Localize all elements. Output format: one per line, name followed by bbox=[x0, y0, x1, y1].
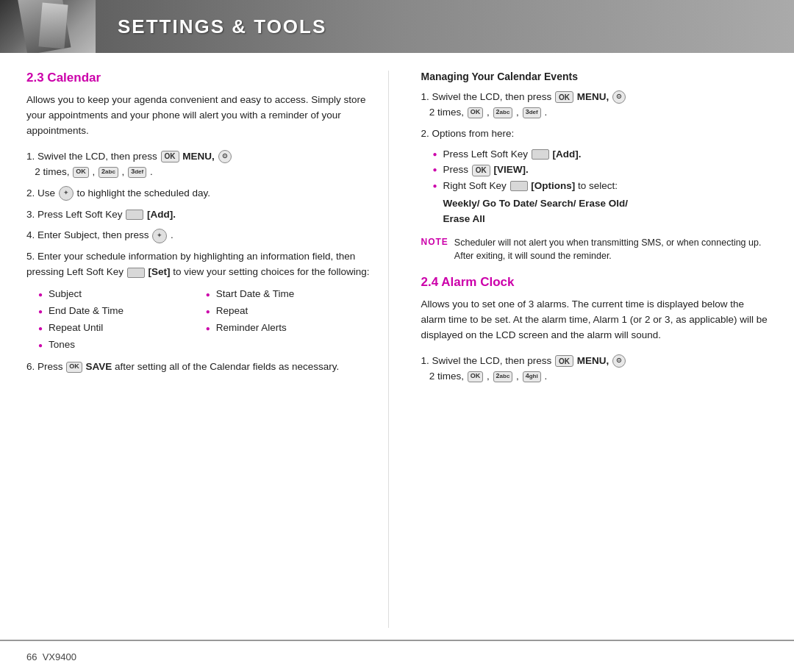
ok-key-6: OK bbox=[66, 362, 82, 373]
manage-step-2: 2. Options from here: bbox=[421, 126, 768, 142]
ok-key-a2: OK bbox=[468, 371, 484, 382]
ok-view: OK bbox=[472, 165, 490, 176]
alarm-section-title: 2.4 Alarm Clock bbox=[421, 275, 768, 290]
alarm-step-1: 1. Swivel the LCD, then press OK MENU, ⊙… bbox=[421, 354, 768, 385]
step-4: 4. Enter Subject, then press . bbox=[26, 228, 373, 243]
note-label: NOTE bbox=[421, 237, 448, 247]
manage-bullet-list: Press Left Soft Key [Add]. Press OK [VIE… bbox=[433, 146, 768, 227]
bullet-col-2: Start Date & Time Repeat Reminder Alerts bbox=[206, 286, 373, 354]
bullet-repeat-until: Repeat Until bbox=[38, 320, 206, 337]
2abc-key-1: 2abc bbox=[99, 167, 118, 178]
bullet-end-date: End Date & Time bbox=[38, 303, 206, 320]
managing-title: Managing Your Calendar Events bbox=[421, 71, 768, 82]
bullet-subject: Subject bbox=[38, 286, 206, 303]
softkey-icon-5 bbox=[127, 268, 145, 278]
ok-key-2: OK bbox=[73, 167, 89, 178]
bullet-start-date: Start Date & Time bbox=[206, 286, 373, 303]
alarm-intro: Allows you to set one of 3 alarms. The c… bbox=[421, 297, 768, 343]
bullet-repeat: Repeat bbox=[206, 303, 373, 320]
bullet-list-columns: Subject End Date & Time Repeat Until Ton… bbox=[38, 286, 373, 354]
options-subbold: Weekly/ Go To Date/ Search/ Erase Old/Er… bbox=[443, 196, 768, 227]
ok-key-m1: OK bbox=[555, 91, 573, 103]
softkey-options bbox=[510, 181, 528, 191]
2abc-key-m1: 2abc bbox=[493, 107, 513, 118]
4ghi-key-a1: 4ghi bbox=[523, 371, 541, 382]
footer: 66 VX9400 bbox=[0, 640, 794, 672]
header-image bbox=[0, 0, 96, 53]
step-3: 3. Press Left Soft Key [Add]. bbox=[26, 207, 373, 223]
page-header: SETTINGS & TOOLS bbox=[0, 0, 794, 53]
ok-key-m2: OK bbox=[468, 107, 484, 118]
step-2: 2. Use to highlight the scheduled day. bbox=[26, 186, 373, 201]
bullet-reminder: Reminder Alerts bbox=[206, 320, 373, 337]
step-1: 1. Swivel the LCD, then press OK MENU, ⊙… bbox=[26, 149, 373, 180]
2abc-key-a1: 2abc bbox=[493, 371, 513, 382]
nav-key-1: ⊙ bbox=[218, 150, 232, 163]
softkey-add bbox=[532, 149, 549, 160]
bullet-col-1: Subject End Date & Time Repeat Until Ton… bbox=[38, 286, 206, 354]
ok-key-1: OK bbox=[161, 151, 179, 162]
nav-icon-2 bbox=[59, 186, 74, 201]
nav-icon-4 bbox=[152, 229, 167, 243]
step-5: 5. Enter your schedule information by hi… bbox=[26, 249, 373, 280]
nav-key-m1: ⊙ bbox=[612, 90, 626, 104]
nav-key-a1: ⊙ bbox=[612, 354, 626, 368]
ok-key-a1: OK bbox=[555, 355, 573, 367]
manage-bullet-add: Press Left Soft Key [Add]. bbox=[433, 146, 768, 162]
3def-key-1: 3def bbox=[128, 167, 146, 178]
calendar-section-title: 2.3 Calendar bbox=[26, 71, 373, 85]
3def-key-m1: 3def bbox=[523, 107, 541, 118]
footer-page-number: 66 VX9400 bbox=[26, 651, 76, 662]
step-6: 6. Press OK SAVE after setting all of th… bbox=[26, 360, 373, 375]
note-block: NOTE Scheduler will not alert you when t… bbox=[421, 236, 768, 264]
bullet-tones: Tones bbox=[38, 337, 206, 354]
header-title: SETTINGS & TOOLS bbox=[96, 15, 326, 38]
right-column: Managing Your Calendar Events 1. Swivel … bbox=[418, 71, 768, 628]
main-content: 2.3 Calendar Allows you to keep your age… bbox=[0, 53, 794, 640]
note-text: Scheduler will not alert you when transm… bbox=[454, 236, 768, 264]
calendar-intro: Allows you to keep your agenda convenien… bbox=[26, 93, 373, 139]
left-column: 2.3 Calendar Allows you to keep your age… bbox=[26, 71, 389, 628]
manage-bullet-options: Right Soft Key [Options] to select: Week… bbox=[433, 178, 768, 227]
manage-bullet-view: Press OK [VIEW]. bbox=[433, 162, 768, 178]
softkey-icon-3 bbox=[126, 210, 143, 220]
manage-step-1: 1. Swivel the LCD, then press OK MENU, ⊙… bbox=[421, 90, 768, 121]
